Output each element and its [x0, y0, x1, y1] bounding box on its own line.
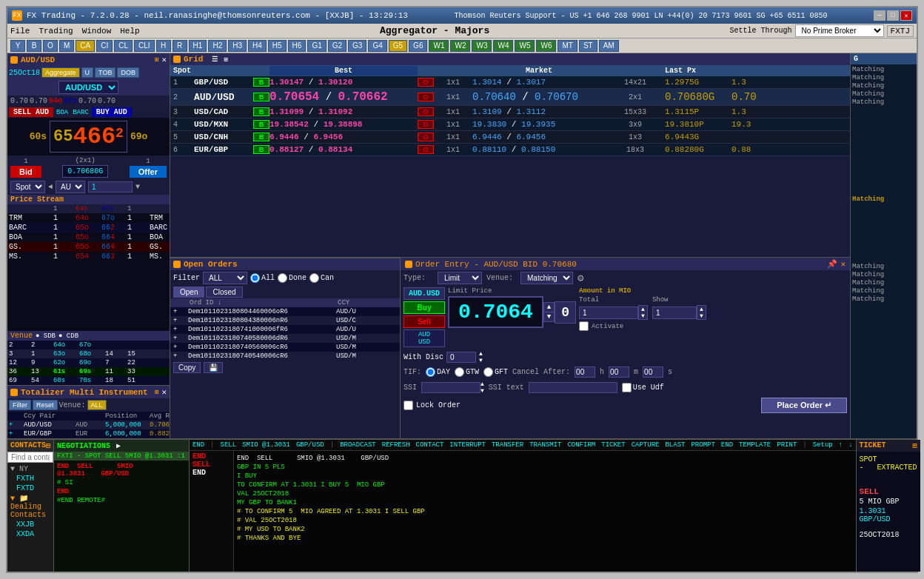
- bc-up[interactable]: ↑: [839, 441, 843, 449]
- tab-H4[interactable]: H4: [248, 40, 267, 52]
- aggregate-btn[interactable]: Aggregate: [41, 67, 80, 78]
- grid-sell-5[interactable]: O: [418, 133, 434, 141]
- grid-sell-6[interactable]: O: [418, 145, 434, 154]
- bc-sell[interactable]: SELL: [220, 441, 236, 449]
- tab-CI[interactable]: CI: [96, 40, 113, 52]
- tab-H2[interactable]: H2: [208, 40, 227, 52]
- dob-btn[interactable]: DOB: [117, 67, 139, 78]
- tab-ST[interactable]: ST: [579, 40, 597, 52]
- tab-AM[interactable]: AM: [599, 40, 619, 52]
- tab-Y[interactable]: Y: [10, 40, 25, 52]
- oe-h-input[interactable]: [575, 367, 595, 378]
- grid-sell-1[interactable]: O: [418, 78, 434, 87]
- bc-ticket[interactable]: TICKET: [601, 441, 625, 449]
- oe-total-down[interactable]: ▼: [639, 312, 647, 319]
- oe-total-up[interactable]: ▲: [639, 306, 647, 312]
- tab-W3[interactable]: W3: [472, 40, 492, 52]
- tab-H1[interactable]: H1: [189, 40, 207, 52]
- tab-G2[interactable]: G2: [328, 40, 346, 52]
- panel-close[interactable]: ✕: [161, 55, 167, 64]
- tob-btn[interactable]: TOB: [95, 67, 116, 78]
- tab-H5[interactable]: H5: [268, 40, 287, 52]
- oe-ssi-up[interactable]: ▲: [481, 381, 484, 387]
- ccy-pair-selector[interactable]: AUD/USD: [58, 81, 118, 94]
- tab-H3[interactable]: H3: [228, 40, 247, 52]
- tab-CA[interactable]: CA: [76, 40, 95, 52]
- oe-type-dropdown[interactable]: Limit: [438, 272, 482, 284]
- bc-end2[interactable]: END: [721, 441, 733, 449]
- oe-pin-icon[interactable]: 📌: [827, 259, 837, 269]
- tab-W5[interactable]: W5: [515, 40, 535, 52]
- menu-trading[interactable]: Trading: [38, 27, 73, 36]
- tree-item-xxjb[interactable]: XXJB: [9, 520, 52, 529]
- bid-button[interactable]: Bid: [10, 166, 41, 178]
- bc-gbpusd[interactable]: GBP/USD: [296, 441, 324, 449]
- tree-item-fxth[interactable]: FXTH: [9, 474, 52, 483]
- tab-O[interactable]: O: [43, 40, 58, 52]
- tab-M[interactable]: M: [59, 40, 74, 52]
- spot-dropdown[interactable]: Spot: [10, 181, 45, 193]
- tab-CLI[interactable]: CLI: [134, 40, 155, 52]
- tab-G5[interactable]: G5: [389, 40, 407, 52]
- tab-W1[interactable]: W1: [429, 40, 449, 52]
- menu-file[interactable]: File: [10, 27, 30, 36]
- negot-tab-1[interactable]: FXTI - SPOT SELL 5MIO @1.3031 :1: [54, 452, 189, 461]
- grid-buy-1[interactable]: B: [253, 78, 270, 87]
- grid-buy-6[interactable]: B: [253, 145, 270, 154]
- contacts-search[interactable]: [7, 452, 53, 463]
- oe-price-down[interactable]: ▼: [544, 312, 554, 321]
- tot-close[interactable]: ✕: [161, 387, 167, 397]
- grid-buy-2[interactable]: B: [253, 93, 270, 101]
- offer-button[interactable]: Offer: [130, 166, 167, 178]
- oe-checkbox1[interactable]: [579, 321, 589, 331]
- bc-prompt[interactable]: PROMPT: [691, 441, 714, 449]
- oe-with-disc-input[interactable]: [446, 352, 476, 363]
- tree-item-fxtd[interactable]: FXTD: [9, 483, 52, 493]
- u-btn[interactable]: U: [81, 67, 94, 78]
- oe-price-up[interactable]: ▲: [544, 303, 554, 312]
- oe-tif-day[interactable]: [426, 367, 435, 377]
- bc-print[interactable]: PRINT: [777, 441, 797, 449]
- tab-W6[interactable]: W6: [536, 40, 556, 52]
- bc-setup[interactable]: Setup: [813, 441, 833, 449]
- grid-buy-5[interactable]: B: [253, 133, 270, 141]
- bc-transmit[interactable]: TRANSMIT: [529, 441, 561, 449]
- tot-filter-btn[interactable]: Filter: [9, 400, 31, 410]
- oe-show-down[interactable]: ▼: [697, 312, 706, 319]
- ccy-dropdown[interactable]: AUD: [56, 181, 85, 193]
- bc-contact[interactable]: CONTACT: [416, 441, 444, 449]
- tot-reset-btn[interactable]: Reset: [33, 400, 58, 410]
- grid-list-icon[interactable]: ☰: [212, 56, 218, 64]
- oo-radio-all-input[interactable]: [250, 273, 260, 283]
- oo-copy-btn[interactable]: Copy: [173, 362, 201, 373]
- bc-transfer[interactable]: TRANSFER: [492, 441, 523, 449]
- tab-G3[interactable]: G3: [348, 40, 366, 52]
- tab-H6[interactable]: H6: [288, 40, 307, 52]
- tab-CL[interactable]: CL: [114, 40, 133, 52]
- oe-use-udf-cb[interactable]: [622, 383, 632, 392]
- grid-detail-icon[interactable]: ⊞: [224, 56, 227, 64]
- oe-disc-down[interactable]: ▼: [479, 357, 483, 364]
- oe-tif-gtw[interactable]: [455, 367, 464, 377]
- oe-m-input[interactable]: [609, 367, 629, 378]
- bc-refresh[interactable]: REFRESH: [382, 441, 410, 449]
- tab-R[interactable]: R: [173, 40, 187, 52]
- oe-place-order-btn[interactable]: Place Order ↵: [761, 398, 847, 413]
- tab-W2[interactable]: W2: [450, 40, 470, 52]
- tab-B[interactable]: B: [27, 40, 41, 52]
- grid-sell-4[interactable]: O: [418, 120, 434, 129]
- oe-sell-btn[interactable]: Sell: [404, 315, 445, 328]
- tree-item-xxda[interactable]: XXDA: [9, 529, 52, 539]
- oo-filter-dropdown[interactable]: ALL: [203, 272, 247, 284]
- oe-s-input[interactable]: [643, 367, 663, 378]
- qty-input[interactable]: [88, 181, 133, 193]
- oe-close-icon[interactable]: ✕: [840, 259, 846, 269]
- ticket-expand[interactable]: ⊞: [913, 441, 917, 450]
- tab-G4[interactable]: G4: [368, 40, 386, 52]
- oe-tif-gft[interactable]: [483, 367, 493, 377]
- tree-folder-dealing[interactable]: ▼ 📁 Dealing Contacts: [9, 493, 52, 520]
- oe-show-up[interactable]: ▲: [697, 306, 706, 312]
- oe-show-input[interactable]: [652, 307, 697, 319]
- oo-tab-closed[interactable]: Closed: [206, 287, 242, 298]
- oe-total-input[interactable]: [579, 307, 638, 319]
